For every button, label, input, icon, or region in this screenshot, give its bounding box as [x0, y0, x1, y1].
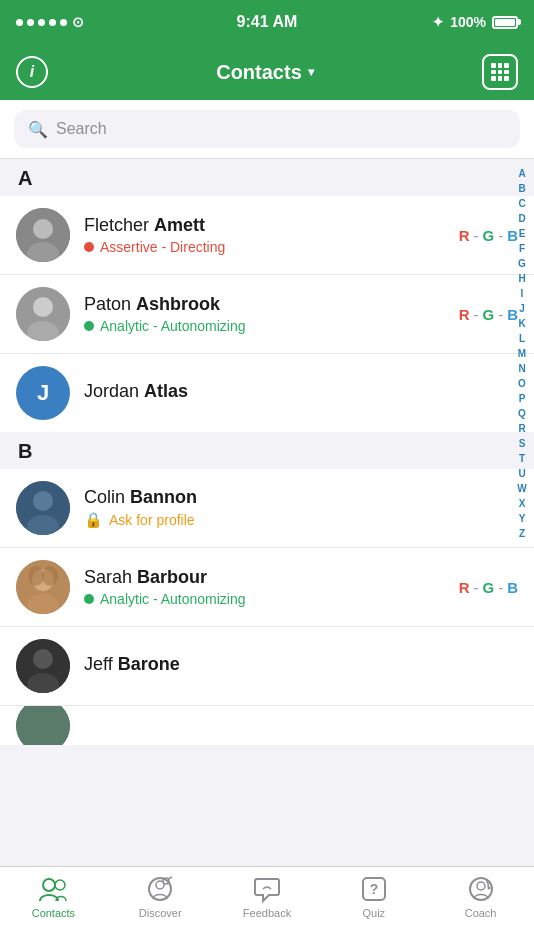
type-dot-red [84, 242, 94, 252]
svg-point-28 [487, 887, 490, 890]
nav-title[interactable]: Contacts ▾ [216, 61, 314, 84]
last-name: Amett [154, 215, 205, 235]
alpha-J[interactable]: J [514, 302, 530, 316]
type-text: Assertive - Directing [100, 239, 225, 255]
info-label: i [30, 63, 34, 81]
search-placeholder: Search [56, 120, 107, 138]
alpha-M[interactable]: M [514, 347, 530, 361]
svg-point-4 [33, 297, 53, 317]
contact-type-fletcher-amett: Assertive - Directing [84, 239, 459, 255]
avatar-jeff-img [16, 639, 70, 693]
grid-view-button[interactable] [482, 54, 518, 90]
rgb-r: R [459, 227, 470, 244]
rgb-dash1: - [473, 306, 478, 323]
contact-item-paton-ashbrook[interactable]: Paton Ashbrook Analytic - Autonomizing R… [0, 275, 534, 354]
section-header-B: B [0, 432, 534, 469]
first-name: Fletcher [84, 215, 154, 235]
tab-contacts[interactable]: Contacts [0, 875, 107, 919]
signal-dots [16, 19, 67, 26]
alpha-A[interactable]: A [514, 167, 530, 181]
avatar-paton-img [16, 287, 70, 341]
alpha-H[interactable]: H [514, 272, 530, 286]
search-bar-container: 🔍 Search [0, 100, 534, 159]
signal-dot-4 [49, 19, 56, 26]
avatar-sarah-img [16, 560, 70, 614]
contact-info-paton-ashbrook: Paton Ashbrook Analytic - Autonomizing [84, 294, 459, 334]
avatar-jordan-atlas: J [16, 366, 70, 420]
contact-info-sarah-barbour: Sarah Barbour Analytic - Autonomizing [84, 567, 459, 607]
rgb-g: G [482, 227, 494, 244]
svg-point-12 [28, 566, 44, 586]
feedback-icon [253, 875, 281, 903]
rgb-g: G [482, 579, 494, 596]
contact-item-jeff-barone[interactable]: Jeff Barone [0, 627, 534, 705]
rgb-dash2: - [498, 227, 503, 244]
nav-title-text: Contacts [216, 61, 302, 84]
rgb-badges-fletcher[interactable]: R - G - B [459, 227, 518, 244]
wifi-icon: ⊙ [72, 14, 84, 30]
alpha-T[interactable]: T [514, 452, 530, 466]
rgb-badges-paton[interactable]: R - G - B [459, 306, 518, 323]
contact-name-fletcher-amett: Fletcher Amett [84, 215, 459, 236]
alpha-K[interactable]: K [514, 317, 530, 331]
contact-item-sarah-barbour[interactable]: Sarah Barbour Analytic - Autonomizing R … [0, 548, 534, 627]
tab-discover[interactable]: Discover [107, 875, 214, 919]
alpha-I[interactable]: I [514, 287, 530, 301]
status-time: 9:41 AM [237, 13, 298, 31]
tab-bar: Contacts Discover Feedback [0, 866, 534, 950]
avatar-initials-J: J [37, 380, 49, 406]
alpha-D[interactable]: D [514, 212, 530, 226]
contact-info-jeff-barone: Jeff Barone [84, 654, 518, 678]
contact-info-jordan-atlas: Jordan Atlas [84, 381, 518, 405]
rgb-dash1: - [473, 579, 478, 596]
tab-feedback[interactable]: Feedback [214, 875, 321, 919]
alpha-O[interactable]: O [514, 377, 530, 391]
contact-item-colin-bannon[interactable]: Colin Bannon 🔒 Ask for profile [0, 469, 534, 548]
contacts-tab-icon [38, 875, 68, 903]
alpha-B[interactable]: B [514, 182, 530, 196]
rgb-g: G [482, 306, 494, 323]
nav-bar: i Contacts ▾ [0, 44, 534, 100]
contact-item-fletcher-amett[interactable]: Fletcher Amett Assertive - Directing R -… [0, 196, 534, 275]
type-text: Analytic - Autonomizing [100, 591, 246, 607]
rgb-badges-sarah[interactable]: R - G - B [459, 579, 518, 596]
contact-item-jordan-atlas[interactable]: J Jordan Atlas [0, 354, 534, 432]
alpha-W[interactable]: W [514, 482, 530, 496]
alpha-S[interactable]: S [514, 437, 530, 451]
section-header-A: A [0, 159, 534, 196]
alpha-R[interactable]: R [514, 422, 530, 436]
last-name: Atlas [144, 381, 188, 401]
discover-tab-icon [145, 875, 175, 903]
tab-coach-label: Coach [465, 907, 497, 919]
alpha-L[interactable]: L [514, 332, 530, 346]
tab-quiz[interactable]: ? Quiz [320, 875, 427, 919]
alpha-E[interactable]: E [514, 227, 530, 241]
alpha-P[interactable]: P [514, 392, 530, 406]
svg-point-17 [16, 705, 70, 745]
contact-name-paton-ashbrook: Paton Ashbrook [84, 294, 459, 315]
alpha-Y[interactable]: Y [514, 512, 530, 526]
alpha-N[interactable]: N [514, 362, 530, 376]
chevron-down-icon: ▾ [308, 65, 314, 79]
feedback-tab-icon [252, 875, 282, 903]
alpha-C[interactable]: C [514, 197, 530, 211]
svg-text:?: ? [370, 881, 379, 897]
grid-icon [491, 63, 509, 81]
alpha-G[interactable]: G [514, 257, 530, 271]
first-name: Colin [84, 487, 130, 507]
alpha-Q[interactable]: Q [514, 407, 530, 421]
svg-point-18 [43, 879, 55, 891]
alpha-F[interactable]: F [514, 242, 530, 256]
tab-coach[interactable]: Coach [427, 875, 534, 919]
coach-tab-icon [466, 875, 496, 903]
svg-point-7 [33, 491, 53, 511]
search-bar[interactable]: 🔍 Search [14, 110, 520, 148]
contact-name-sarah-barbour: Sarah Barbour [84, 567, 459, 588]
svg-point-27 [477, 882, 485, 890]
alpha-X[interactable]: X [514, 497, 530, 511]
alpha-U[interactable]: U [514, 467, 530, 481]
discover-icon [146, 875, 174, 903]
info-button[interactable]: i [16, 56, 48, 88]
avatar-jeff-barone [16, 639, 70, 693]
alpha-Z[interactable]: Z [514, 527, 530, 541]
